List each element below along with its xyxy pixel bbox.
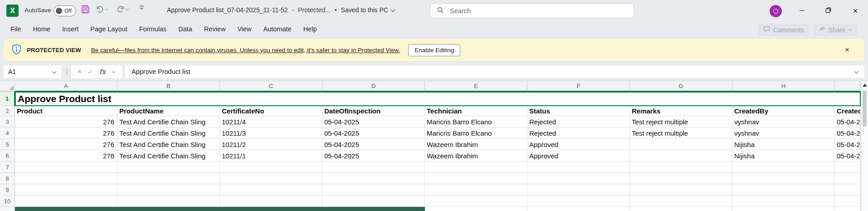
cell-f5[interactable]: Approved bbox=[527, 139, 630, 150]
cell-c7[interactable] bbox=[220, 162, 322, 173]
row-header-10[interactable]: 10 bbox=[0, 196, 15, 207]
cell-h5[interactable]: Nijisha bbox=[732, 139, 835, 150]
cell-b2[interactable]: ProductName bbox=[117, 106, 220, 116]
cell-f2[interactable]: Status bbox=[527, 106, 630, 116]
cell-f3[interactable]: Rejected bbox=[527, 116, 630, 128]
document-title-group[interactable]: Approve Product list_07-04-2025_11-11-52… bbox=[167, 6, 395, 14]
cell-g11[interactable] bbox=[630, 207, 732, 211]
cell-d10[interactable] bbox=[322, 196, 425, 207]
cell-h11[interactable] bbox=[732, 207, 835, 211]
scrollbar-thumb[interactable] bbox=[863, 90, 867, 127]
cell-d8[interactable] bbox=[322, 173, 425, 184]
cell-a7[interactable] bbox=[15, 162, 117, 173]
cell-h7[interactable] bbox=[732, 162, 835, 173]
excel-app-icon[interactable]: X bbox=[6, 5, 19, 17]
column-header-b[interactable]: B bbox=[117, 81, 220, 92]
cell-d3[interactable]: 05-04-2025 bbox=[322, 116, 425, 128]
cell-e6[interactable]: Wazeem Ibrahim bbox=[425, 150, 527, 162]
restore-button[interactable] bbox=[819, 0, 837, 21]
cell-i11[interactable] bbox=[835, 207, 861, 211]
undo-dropdown-icon[interactable] bbox=[105, 7, 108, 10]
cell-a1-title[interactable]: Approve Product list bbox=[15, 92, 861, 106]
cell-i6[interactable]: 05-04-2 bbox=[835, 150, 861, 162]
formula-bar-expand-icon[interactable] bbox=[854, 69, 859, 74]
cell-c2[interactable]: CertificateNo bbox=[220, 106, 322, 116]
cell-e7[interactable] bbox=[425, 162, 527, 173]
row-header-2[interactable]: 2 bbox=[0, 106, 15, 116]
saved-status[interactable]: Saved to this PC bbox=[341, 6, 388, 14]
enter-check-icon[interactable]: ✓ bbox=[88, 68, 93, 75]
tab-view[interactable]: View bbox=[231, 21, 257, 37]
cell-a4[interactable]: 276 bbox=[15, 128, 117, 139]
cell-e10[interactable] bbox=[425, 196, 527, 207]
row-header-1[interactable]: 1 bbox=[0, 92, 15, 106]
cell-c9[interactable] bbox=[220, 184, 322, 196]
cell-e9[interactable] bbox=[425, 184, 527, 196]
worksheet-grid[interactable]: A B C D E F G H 1 Approve Product list 2… bbox=[0, 81, 861, 211]
save-button[interactable] bbox=[81, 5, 90, 14]
cell-g10[interactable] bbox=[630, 196, 732, 207]
cell-e5[interactable]: Wazeem Ibrahim bbox=[425, 139, 527, 150]
cell-f7[interactable] bbox=[527, 162, 630, 173]
cell-a10[interactable] bbox=[15, 196, 117, 207]
redo-dropdown-icon[interactable] bbox=[126, 7, 129, 10]
column-header-h[interactable]: H bbox=[732, 81, 835, 92]
cell-g9[interactable] bbox=[630, 184, 732, 196]
cell-g5[interactable] bbox=[630, 139, 732, 150]
cell-c6[interactable]: 10211/1 bbox=[220, 150, 322, 162]
column-header-c[interactable]: C bbox=[220, 81, 322, 92]
tab-insert[interactable]: Insert bbox=[56, 21, 84, 37]
select-all-button[interactable] bbox=[0, 81, 15, 92]
tab-review[interactable]: Review bbox=[198, 21, 232, 37]
tab-automate[interactable]: Automate bbox=[258, 21, 297, 37]
cell-i2[interactable]: Created bbox=[835, 106, 861, 116]
row-header-3[interactable]: 3 bbox=[0, 116, 15, 128]
share-button[interactable]: Share bbox=[814, 24, 857, 36]
cell-d2[interactable]: DateOfInspection bbox=[322, 106, 425, 116]
row-header-6[interactable]: 6 bbox=[0, 150, 15, 162]
comments-button[interactable]: Comments bbox=[758, 24, 809, 36]
cell-g8[interactable] bbox=[630, 173, 732, 184]
cell-c10[interactable] bbox=[220, 196, 322, 207]
cell-b8[interactable] bbox=[117, 173, 220, 184]
cell-h9[interactable] bbox=[732, 184, 835, 196]
cell-d5[interactable]: 05-04-2025 bbox=[322, 139, 425, 150]
cell-e3[interactable]: Maricris Barro Elcano bbox=[425, 116, 527, 128]
column-header-d[interactable]: D bbox=[322, 81, 425, 92]
cell-a2[interactable]: Product bbox=[15, 106, 117, 116]
cell-i4[interactable]: 05-04-2 bbox=[835, 128, 861, 139]
scroll-up-arrow-icon[interactable] bbox=[863, 83, 867, 87]
row-header-7[interactable]: 7 bbox=[0, 162, 15, 173]
tab-data[interactable]: Data bbox=[172, 21, 198, 37]
cell-f10[interactable] bbox=[527, 196, 630, 207]
vertical-scrollbar[interactable] bbox=[861, 81, 868, 211]
redo-button[interactable] bbox=[116, 5, 129, 14]
tab-formulas[interactable]: Formulas bbox=[133, 21, 172, 37]
row-header-4[interactable]: 4 bbox=[0, 128, 15, 139]
column-header-e[interactable]: E bbox=[425, 81, 527, 92]
column-header-g[interactable]: G bbox=[630, 81, 732, 92]
cell-i3[interactable]: 05-04-2 bbox=[835, 116, 861, 128]
cell-a3[interactable]: 276 bbox=[15, 116, 117, 128]
row-header-11-partial[interactable] bbox=[0, 207, 15, 211]
row-header-8[interactable]: 8 bbox=[0, 173, 15, 184]
column-header-a[interactable]: A bbox=[15, 81, 117, 92]
cell-g7[interactable] bbox=[630, 162, 732, 173]
cell-i10[interactable] bbox=[835, 196, 861, 207]
cell-g4[interactable]: Test reject multiple bbox=[630, 128, 732, 139]
cell-c5[interactable]: 10211/2 bbox=[220, 139, 322, 150]
saved-status-dropdown-icon[interactable] bbox=[390, 7, 395, 12]
cell-a9[interactable] bbox=[15, 184, 117, 196]
autosave-toggle[interactable]: Off bbox=[54, 5, 76, 16]
undo-button[interactable] bbox=[95, 5, 108, 14]
cell-a5[interactable]: 276 bbox=[15, 139, 117, 150]
cell-g3[interactable]: Test reject multiple bbox=[630, 116, 732, 128]
customize-quick-access-button[interactable] bbox=[139, 5, 145, 10]
cell-i9[interactable] bbox=[835, 184, 861, 196]
tab-help[interactable]: Help bbox=[297, 21, 323, 37]
close-button[interactable]: × bbox=[846, 0, 864, 21]
function-dropdown-icon[interactable] bbox=[112, 69, 115, 73]
cell-f11[interactable] bbox=[527, 207, 630, 211]
cell-g2[interactable]: Remarks bbox=[630, 106, 732, 116]
cell-d9[interactable] bbox=[322, 184, 425, 196]
